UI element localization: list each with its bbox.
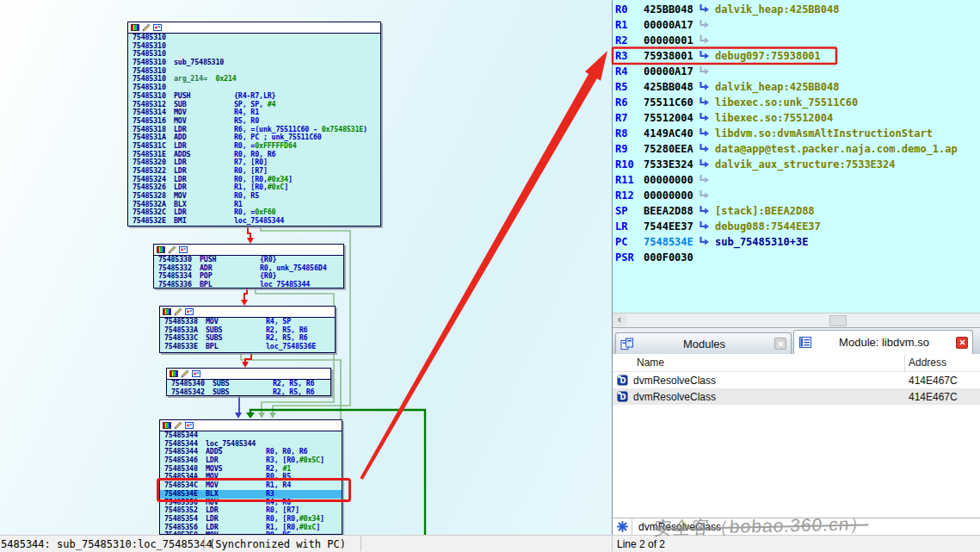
register-row-r12[interactable]: R1200000000 (613, 188, 980, 203)
register-value[interactable]: 4149AC40 (644, 126, 699, 141)
column-separator[interactable] (904, 354, 905, 371)
edge-arrowhead (242, 362, 249, 368)
register-row-r0[interactable]: R0425BB048dalvik_heap:425BB048 (613, 2, 980, 17)
debug-symbol-d-icon: D (617, 391, 628, 402)
register-annotation: sub_75485310+3E (715, 236, 808, 248)
register-value[interactable]: 00000000 (644, 172, 699, 188)
tab-module-libdvm[interactable]: Module: libdvm.so (793, 330, 973, 354)
points-to-arrow-icon (699, 144, 710, 153)
group-node-icon[interactable] (185, 307, 194, 316)
register-value[interactable]: 00000A17 (644, 17, 699, 33)
points-to-arrow-icon (699, 190, 710, 200)
column-header-address[interactable]: Address (909, 357, 946, 369)
asm-line[interactable]: 7548532EBMIloc_75485344 (128, 217, 380, 226)
node-color-palette-icon[interactable] (163, 308, 171, 315)
register-value[interactable]: 425BB048 (644, 2, 699, 17)
register-name: R8 (615, 126, 644, 141)
register-name: R0 (615, 2, 644, 17)
tab-close-button[interactable] (774, 338, 786, 350)
edge-red-b2-b3 (244, 288, 247, 301)
tab-close-button[interactable] (956, 337, 968, 349)
register-row-pc[interactable]: PC7548534Esub_75485310+3E (613, 234, 980, 250)
register-row-r6[interactable]: R675511C60libexec.so:unk_75511C60 (613, 95, 980, 110)
edge-red-b1-b2 (248, 226, 250, 239)
filter-star-icon[interactable] (617, 521, 628, 532)
register-row-r8[interactable]: R84149AC40libdvm.so:dvmAsmAltInstruction… (613, 126, 980, 141)
edge-arrowhead (258, 412, 265, 419)
debug-symbol-d-icon: D (617, 375, 628, 386)
register-value[interactable]: 00000A17 (644, 64, 699, 79)
module-export-row[interactable]: DdvmResolveClass414E467C (613, 388, 980, 405)
register-annotation: libexec.so:75512004 (715, 112, 833, 124)
register-row-r10[interactable]: R107533E324dalvik_aux_structure:7533E324 (613, 157, 980, 172)
points-to-arrow-icon (699, 4, 710, 14)
register-row-r5[interactable]: R5425BB048dalvik_heap:425BB048 (613, 79, 980, 95)
scrollbar-thumb[interactable] (829, 315, 847, 326)
register-value[interactable]: 75511C60 (644, 95, 699, 110)
register-value[interactable]: BEEA2D88 (644, 203, 699, 219)
register-value[interactable]: 7544EE37 (644, 219, 699, 234)
horizontal-scrollbar[interactable]: ‹ (613, 313, 980, 327)
modules-icon (620, 338, 634, 350)
column-header-name[interactable]: Name (637, 357, 664, 369)
edit-pencil-icon[interactable] (168, 245, 176, 254)
register-row-r2[interactable]: R200000001 (613, 33, 980, 48)
quick-filter-bar[interactable]: dvmResolveClass (613, 518, 980, 535)
asm-line[interactable]: 7548533EBPLloc_7548536E (160, 343, 335, 351)
points-to-arrow-icon (699, 66, 710, 76)
group-node-icon[interactable] (185, 421, 194, 430)
exports-list[interactable]: DdvmResolveClass414E467CDdvmResolveClass… (613, 372, 980, 518)
register-value[interactable]: 7548534E (644, 234, 699, 250)
register-value[interactable]: 00000000 (644, 188, 699, 203)
register-value[interactable]: 75512004 (644, 110, 699, 126)
node-color-palette-icon[interactable] (163, 422, 171, 429)
register-name: R9 (615, 141, 644, 157)
register-row-sp[interactable]: SPBEEA2D88[stack]:BEEA2D88 (613, 203, 980, 219)
tab-modules[interactable]: Modules (615, 332, 792, 354)
graph-node-1[interactable]: 75485310754853107548531075485310sub_7548… (127, 22, 381, 226)
graph-node-2[interactable]: 75485330PUSH{R0}75485332ADRR0, unk_75485… (153, 244, 344, 288)
register-row-psr[interactable]: PSR000F0030 (613, 250, 980, 265)
filter-input[interactable]: dvmResolveClass (638, 521, 721, 533)
asm-line[interactable]: 75485336BPLloc_75485344 (154, 281, 343, 288)
register-annotation: libexec.so:unk_75511C60 (715, 96, 858, 109)
edit-pencil-icon[interactable] (181, 369, 189, 378)
node-color-palette-icon[interactable] (157, 246, 165, 253)
register-value[interactable]: 75280EEA (644, 141, 699, 157)
group-node-icon[interactable] (192, 369, 200, 378)
scroll-left-button[interactable]: ‹ (613, 313, 626, 326)
register-value[interactable]: 00000001 (644, 33, 699, 48)
register-row-r1[interactable]: R100000A17 (613, 17, 980, 33)
register-row-r7[interactable]: R775512004libexec.so:75512004 (613, 110, 980, 126)
module-export-row[interactable]: DdvmResolveClass414E467C (613, 372, 980, 388)
register-name: R10 (615, 157, 644, 172)
debugger-right-pane: R0425BB048dalvik_heap:425BB048R100000A17… (612, 0, 980, 535)
register-annotation: dalvik_heap:425BB048 (715, 81, 840, 93)
register-row-r11[interactable]: R1100000000 (613, 172, 980, 188)
graph-node-3[interactable]: 75485338MOVR4, SP7548533ASUBSR2, R5, R67… (159, 306, 336, 353)
node-color-palette-icon[interactable] (169, 370, 178, 377)
register-name: PC (615, 234, 644, 250)
group-node-icon[interactable] (153, 23, 162, 32)
registers-view[interactable]: R0425BB048dalvik_heap:425BB048R100000A17… (613, 0, 980, 328)
register-value[interactable]: 425BB048 (644, 79, 699, 95)
register-value[interactable]: 000F0030 (644, 250, 699, 265)
edit-pencil-icon[interactable] (174, 421, 182, 430)
register-row-r9[interactable]: R975280EEAdata@app@test.packer.naja.com.… (613, 141, 980, 157)
register-value[interactable]: 75938001 (644, 48, 699, 64)
edit-pencil-icon[interactable] (174, 307, 182, 316)
node-color-palette-icon[interactable] (131, 24, 139, 31)
graph-node-4[interactable]: 75485340SUBSR2, R5, R675485342SUBSR2, R5… (166, 368, 331, 396)
register-row-r4[interactable]: R400000A17 (613, 64, 980, 79)
points-to-arrow-icon (699, 35, 710, 45)
edge-arrowhead (269, 412, 276, 419)
graph-node-5[interactable]: 7548534475485344loc_7548534475485344ADDS… (159, 419, 342, 535)
register-row-lr[interactable]: LR7544EE37debug088:7544EE37 (613, 219, 980, 234)
edit-pencil-icon[interactable] (142, 23, 151, 32)
register-row-r3[interactable]: R375938001debug097:75938001 (613, 48, 980, 64)
asm-line[interactable]: 75485342SUBSR2, R5, R6 (167, 388, 330, 396)
group-node-icon[interactable] (179, 245, 188, 254)
disassembly-graph-view[interactable]: 75485310754853107548531075485310sub_7548… (0, 0, 612, 535)
table-header[interactable]: Name Address (613, 354, 980, 372)
register-value[interactable]: 7533E324 (644, 157, 699, 172)
